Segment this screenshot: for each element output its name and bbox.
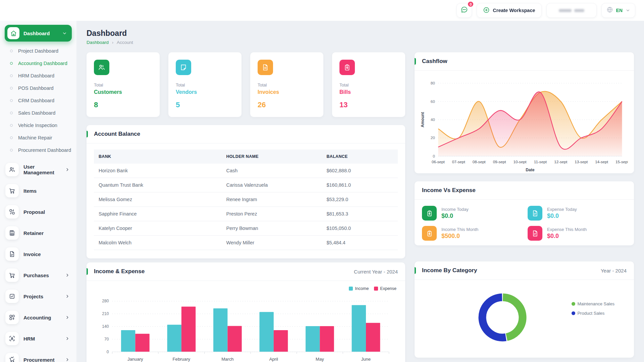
- account-balance-table: BankHolder NameBalance Horizon BankCash$…: [94, 149, 398, 250]
- bullet-icon: [10, 62, 13, 65]
- income-expense-stat: Expense Today $0.0: [528, 206, 627, 221]
- svg-text:June: June: [361, 357, 371, 362]
- sidebar-submenu-item[interactable]: CRM Dashboard: [5, 95, 72, 107]
- sidebar-item-user-management[interactable]: User Management: [5, 160, 72, 179]
- product-sales-dot: [572, 311, 575, 315]
- sidebar-item-projects[interactable]: Projects: [5, 287, 72, 306]
- svg-text:80: 80: [431, 81, 435, 85]
- stat-card: Total Customers 8: [87, 52, 160, 117]
- language-selector[interactable]: EN: [601, 3, 635, 18]
- sidebar-submenu-item[interactable]: Accounting Dashboard: [5, 57, 72, 70]
- donut-legend: Maintenance Sales Product Sales: [572, 301, 614, 316]
- top-header: 0 Create Workspace EN: [0, 0, 644, 21]
- column-header: Holder Name: [222, 149, 322, 164]
- cashflow-panel: Cashflow 02040608006-sept07-sept08-sept0…: [415, 52, 634, 173]
- focus-user-icon: [9, 335, 15, 342]
- svg-text:March: March: [221, 357, 233, 362]
- sidebar-submenu-item[interactable]: Sales Dashboard: [5, 107, 72, 119]
- file-lines-icon: [532, 210, 539, 217]
- user-info-blurred[interactable]: [546, 3, 597, 18]
- sidebar-item-invoice[interactable]: Invoice: [5, 245, 72, 263]
- sidebar-item-hrm[interactable]: HRM: [5, 329, 72, 348]
- sidebar-submenu-item[interactable]: POS Dashboard: [5, 82, 72, 95]
- breadcrumb: Dashboard › Account: [87, 40, 634, 45]
- dashboard-submenu: Project Dashboard Accounting Dashboard H…: [5, 42, 72, 158]
- svg-text:13-sept: 13-sept: [575, 160, 588, 164]
- account-balance-panel: Account Balance BankHolder NameBalance H…: [87, 125, 405, 258]
- breadcrumb-root[interactable]: Dashboard: [87, 40, 109, 45]
- sidebar: Dashboard Project Dashboard Accounting D…: [0, 0, 76, 362]
- main-content: Dashboard Dashboard › Account Total Cust…: [76, 21, 644, 362]
- sidebar-item-procurement[interactable]: Procurement: [5, 350, 72, 362]
- sidebar-submenu-item[interactable]: Machine Repair: [5, 132, 72, 144]
- legend-label: Product Sales: [577, 311, 604, 316]
- table-row[interactable]: Quantum Trust BankCarissa Valenzuela$160…: [94, 178, 398, 192]
- sidebar-submenu-item[interactable]: Procurement Dashboard: [5, 144, 72, 157]
- sidebar-submenu-item[interactable]: Vehicle Inspection: [5, 119, 72, 132]
- cart-chart-icon: [9, 356, 15, 362]
- income-vs-expense-panel: Income Vs Expense Income Today $0.0 Expe…: [415, 181, 634, 245]
- globe-icon: [606, 6, 613, 14]
- income-expense-stat: Expense This Month $0.0: [528, 226, 627, 241]
- expense-legend-swatch: [374, 287, 378, 291]
- chevron-right-icon: [65, 336, 70, 341]
- table-row[interactable]: Sapphire FinancePreston Perez$81,653.3: [94, 207, 398, 221]
- sidebar-item-label: Dashboard: [23, 31, 62, 36]
- svg-text:09-sept: 09-sept: [493, 160, 506, 164]
- legend-label: Maintenance Sales: [577, 301, 614, 306]
- sidebar-item-proposal[interactable]: Proposal: [5, 202, 72, 221]
- svg-text:Amount: Amount: [420, 112, 425, 127]
- sidebar-submenu-item[interactable]: Project Dashboard: [5, 45, 72, 57]
- panel-subtitle: Current Year - 2024: [354, 269, 398, 275]
- svg-text:280: 280: [102, 299, 109, 303]
- sidebar-item-retainer[interactable]: Retainer: [5, 224, 72, 242]
- svg-text:12-sept: 12-sept: [554, 160, 568, 164]
- panel-title: Income By Category: [422, 267, 477, 274]
- bullet-icon: [10, 136, 13, 139]
- svg-text:140: 140: [102, 324, 109, 329]
- stat-card: Total Invoices 26: [250, 52, 323, 117]
- users-icon: [9, 166, 15, 173]
- create-workspace-button[interactable]: Create Workspace: [477, 3, 541, 18]
- focus-user-icon: [5, 332, 19, 345]
- cart-icon: [9, 187, 15, 194]
- chat-icon: [461, 6, 468, 15]
- bullet-icon: [10, 87, 13, 89]
- legend-label: Income: [355, 286, 369, 291]
- chevron-right-icon: [65, 294, 70, 299]
- svg-text:60: 60: [431, 99, 435, 104]
- sidebar-item-items[interactable]: Items: [5, 181, 72, 200]
- chevron-right-icon: [65, 357, 70, 362]
- grid-plus-icon: [9, 314, 15, 321]
- bullet-icon: [10, 99, 13, 102]
- stat-card: Total Bills 13: [332, 52, 405, 117]
- clipboard-dollar-icon: [426, 230, 433, 237]
- table-row[interactable]: Malcolm WelchWendy Miller$5,484.4: [94, 236, 398, 250]
- svg-text:210: 210: [102, 311, 109, 316]
- note-pen-icon: [180, 64, 187, 71]
- note-pen-icon: [176, 60, 191, 75]
- clipboard-dollar-icon: [426, 210, 433, 217]
- sidebar-item-accounting[interactable]: Accounting: [5, 308, 72, 327]
- svg-text:0: 0: [433, 154, 435, 158]
- sidebar-item-purchases[interactable]: Purchases: [5, 266, 72, 285]
- home-icon: [7, 27, 19, 39]
- table-row[interactable]: Melissa GomezRenee Ingram$53,229.0: [94, 192, 398, 207]
- panel-title: Account Balance: [94, 131, 140, 137]
- column-header: Balance: [322, 149, 398, 164]
- sidebar-submenu-item[interactable]: HRM Dashboard: [5, 70, 72, 82]
- chat-button[interactable]: 0: [457, 3, 472, 18]
- clipboard-dollar-icon: [422, 226, 437, 241]
- svg-text:08-sept: 08-sept: [473, 160, 486, 164]
- bill-dollar-icon: [343, 64, 351, 71]
- sidebar-item-dashboard[interactable]: Dashboard: [5, 25, 72, 42]
- bullet-icon: [10, 124, 13, 127]
- checkbox-icon: [5, 290, 19, 303]
- panel-title: Income Vs Expense: [422, 187, 476, 194]
- blurred-text: [559, 9, 572, 12]
- svg-text:10-sept: 10-sept: [514, 160, 527, 164]
- file-lines-icon: [528, 206, 542, 221]
- table-row[interactable]: Horizon BankCash$602,888.0: [94, 164, 398, 178]
- create-workspace-label: Create Workspace: [493, 8, 535, 13]
- table-row[interactable]: Katelyn CooperPerry Bowman$105,050.0: [94, 221, 398, 236]
